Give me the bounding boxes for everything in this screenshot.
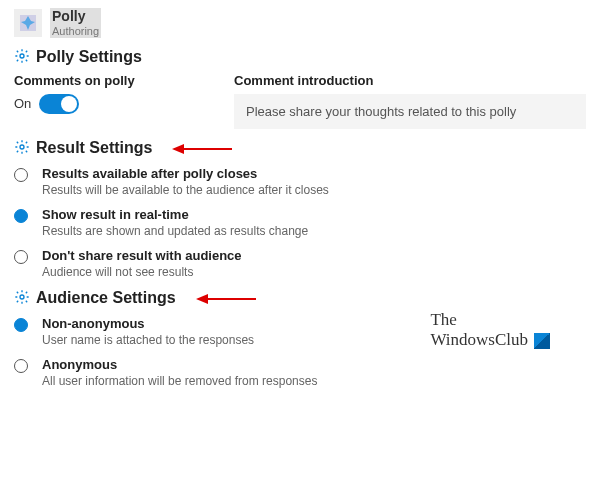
- result-option-realtime[interactable]: Show result in real-time Results are sho…: [14, 207, 586, 238]
- radio-icon[interactable]: [14, 250, 28, 264]
- section-header-polly: Polly Settings: [14, 48, 586, 67]
- radio-icon[interactable]: [14, 359, 28, 373]
- comments-toggle-state: On: [14, 96, 31, 111]
- radio-icon[interactable]: [14, 209, 28, 223]
- option-desc: All user information will be removed fro…: [42, 374, 317, 388]
- svg-marker-7: [196, 294, 208, 304]
- option-title: Show result in real-time: [42, 207, 308, 222]
- watermark: The WindowsClub: [430, 310, 550, 351]
- svg-marker-4: [172, 144, 184, 154]
- option-title: Results available after polly closes: [42, 166, 329, 181]
- app-title: Polly: [50, 8, 101, 25]
- option-desc: User name is attached to the responses: [42, 333, 254, 347]
- result-option-after-close[interactable]: Results available after polly closes Res…: [14, 166, 586, 197]
- option-desc: Audience will not see results: [42, 265, 242, 279]
- gear-icon: [14, 48, 30, 67]
- app-subtitle: Authoring: [50, 25, 101, 38]
- result-options: Results available after polly closes Res…: [14, 166, 586, 279]
- audience-settings-title: Audience Settings: [36, 289, 176, 307]
- polly-settings-title: Polly Settings: [36, 48, 142, 66]
- comment-intro-label: Comment introduction: [234, 73, 586, 88]
- comments-toggle[interactable]: [39, 94, 79, 114]
- result-settings-title: Result Settings: [36, 139, 152, 157]
- option-desc: Results are shown and updated as results…: [42, 224, 308, 238]
- gear-icon: [14, 139, 30, 158]
- svg-point-5: [20, 295, 24, 299]
- arrow-annotation-icon: [172, 143, 232, 153]
- radio-icon[interactable]: [14, 168, 28, 182]
- arrow-annotation-icon: [196, 293, 256, 303]
- option-title: Anonymous: [42, 357, 317, 372]
- audience-option-anon[interactable]: Anonymous All user information will be r…: [14, 357, 586, 388]
- comments-label: Comments on polly: [14, 73, 194, 88]
- app-header: Polly Authoring: [14, 8, 586, 38]
- polly-settings-row: Comments on polly On Comment introductio…: [14, 73, 586, 129]
- svg-point-1: [20, 54, 24, 58]
- section-header-results: Result Settings: [14, 139, 586, 158]
- watermark-line1: The: [430, 310, 550, 330]
- radio-icon[interactable]: [14, 318, 28, 332]
- windowsclub-logo-icon: [534, 333, 550, 349]
- result-option-noshare[interactable]: Don't share result with audience Audienc…: [14, 248, 586, 279]
- section-header-audience: Audience Settings: [14, 289, 586, 308]
- svg-point-2: [20, 145, 24, 149]
- polly-app-icon: [14, 9, 42, 37]
- comment-intro-input[interactable]: [234, 94, 586, 129]
- option-desc: Results will be available to the audienc…: [42, 183, 329, 197]
- watermark-line2: WindowsClub: [430, 330, 528, 350]
- option-title: Non-anonymous: [42, 316, 254, 331]
- option-title: Don't share result with audience: [42, 248, 242, 263]
- gear-icon: [14, 289, 30, 308]
- app-title-block: Polly Authoring: [50, 8, 101, 38]
